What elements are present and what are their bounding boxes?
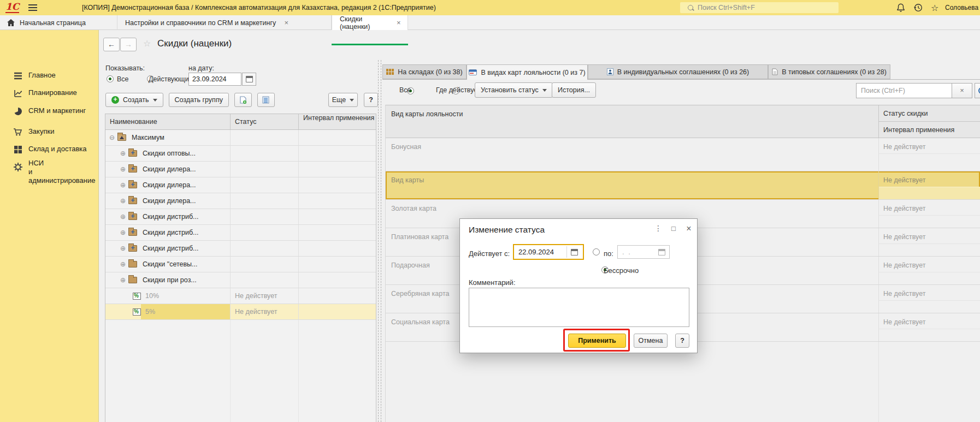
dialog-close-icon[interactable] (683, 224, 695, 234)
set-status-button[interactable]: Установить статус (475, 82, 553, 98)
valid-to-calendar-button[interactable] (655, 249, 668, 255)
back-button[interactable] (103, 38, 120, 51)
on-date-input[interactable] (188, 73, 241, 86)
copy-item-button[interactable] (234, 93, 252, 107)
clear-search-button[interactable] (952, 83, 972, 98)
perpetual-label[interactable]: Бессрочно (604, 266, 639, 275)
panel-splitter[interactable] (378, 60, 381, 422)
radio-show-all[interactable] (107, 75, 114, 82)
tree-row[interactable]: Скидки дилера... (105, 177, 376, 193)
tree-row[interactable]: Скидки дилера... (105, 162, 376, 177)
folder-plus-icon (128, 198, 137, 204)
column-header-card-type[interactable]: Вид карты лояльности (386, 105, 878, 138)
calendar-icon (571, 249, 578, 255)
help-button[interactable]: ? (364, 93, 378, 107)
radio-show-active-label[interactable]: Действующие (149, 75, 193, 83)
expand-icon[interactable] (119, 146, 127, 162)
collapse-icon[interactable] (108, 130, 116, 146)
sidebar-item-purchases[interactable]: Закупки (0, 127, 99, 137)
tree-row-selected[interactable]: 5% Не действует (105, 304, 376, 320)
valid-from-label: Действует с: (469, 249, 510, 258)
status-cell: Не действует (231, 308, 277, 316)
forward-button[interactable] (120, 38, 137, 51)
apply-button[interactable]: Применить (568, 334, 626, 348)
tab-individual-agreements-label: В индивидуальных соглашениях (0 из 26) (617, 68, 749, 76)
main-menu-icon[interactable] (28, 4, 37, 11)
list-toolbar: Создать Создать группу (105, 93, 275, 107)
tab-warehouses[interactable]: На складах (0 из 38) (382, 64, 467, 79)
sidebar-item-planning[interactable]: Планирование (0, 88, 99, 98)
list-view-button[interactable] (257, 93, 275, 107)
close-tab-icon[interactable]: × (395, 19, 403, 27)
more-button[interactable]: Еще (328, 93, 358, 107)
tree-row[interactable]: Скидки "сетевы... (105, 257, 376, 272)
interval-cell (879, 244, 980, 256)
column-header-interval[interactable]: Интервал применения (879, 122, 980, 138)
dialog-menu-icon[interactable] (652, 224, 664, 233)
expand-icon[interactable] (119, 162, 127, 177)
history-button[interactable]: История... (552, 82, 596, 98)
dialog-help-button[interactable]: ? (675, 334, 689, 348)
search-button[interactable] (975, 83, 980, 98)
radio-show-all-label[interactable]: Все (117, 75, 129, 83)
expand-icon[interactable] (119, 257, 127, 272)
cancel-button[interactable]: Отмена (634, 334, 668, 348)
card-row-selected[interactable]: Вид карты Не действует (386, 171, 980, 200)
expand-icon[interactable] (119, 177, 127, 193)
tab-individual-agreements[interactable]: В индивидуальных соглашениях (0 из 26) (588, 64, 768, 79)
radio-where-active-label[interactable]: Где действует (436, 86, 481, 94)
radio-valid-to[interactable] (593, 248, 600, 255)
column-header-name[interactable]: Наименование (105, 114, 230, 129)
expand-icon[interactable] (119, 272, 127, 288)
tab-home-label: Начальная страница (20, 19, 86, 27)
global-search-input[interactable]: Поиск Ctrl+Shift+F (680, 2, 839, 13)
sidebar-item-main[interactable]: Главное (0, 71, 99, 81)
close-tab-icon[interactable]: × (282, 19, 290, 27)
cards-search-input[interactable] (856, 83, 952, 98)
current-user[interactable]: Соловьева Л (945, 4, 980, 11)
sidebar-item-nsi-admin[interactable]: НСИ и администрирование (0, 159, 99, 185)
history-icon[interactable] (913, 3, 923, 13)
dialog-maximize-icon[interactable] (668, 224, 680, 233)
radio-all-cards-label[interactable]: Все (399, 86, 411, 94)
valid-to-input[interactable] (618, 248, 655, 256)
tab-loyalty-cards[interactable]: В видах карт лояльности (0 из 7) (467, 64, 588, 80)
sidebar-item-warehouse[interactable]: Склад и доставка (0, 145, 99, 154)
tree-row[interactable]: Скидки дистриб... (105, 241, 376, 257)
tree-row[interactable]: Максимум (105, 130, 376, 146)
tree-row[interactable]: Скидки дилера... (105, 193, 376, 209)
tree-row[interactable]: Скидки дистриб... (105, 225, 376, 241)
card-row[interactable]: Бонусная Не действует (386, 138, 980, 171)
expand-icon[interactable] (119, 225, 127, 241)
tab-home[interactable]: Начальная страница (0, 15, 117, 30)
tab-crm-settings[interactable]: Настройки и справочники по CRM и маркети… (117, 15, 332, 30)
tree-row[interactable]: Скидки при роз... (105, 272, 376, 288)
valid-to-label[interactable]: по: (604, 249, 613, 258)
tab-standard-agreements[interactable]: В типовых соглашениях (0 из 28) (768, 64, 890, 79)
status-cell: Не действует (879, 138, 980, 154)
valid-from-calendar-button[interactable] (567, 249, 581, 255)
tab-discounts[interactable]: Скидки (наценки) × (332, 15, 408, 30)
calendar-icon (246, 76, 253, 82)
favorites-star-icon[interactable]: ☆ (931, 3, 941, 13)
sidebar-item-label2: и администрирование (28, 168, 96, 185)
create-group-button[interactable]: Создать группу (169, 93, 229, 107)
column-header-status[interactable]: Статус (230, 114, 298, 129)
expand-icon[interactable] (119, 241, 127, 257)
expand-icon[interactable] (119, 209, 127, 225)
create-button[interactable]: Создать (105, 93, 163, 107)
favorite-star-icon[interactable] (143, 38, 151, 49)
column-header-discount-status[interactable]: Статус скидки (879, 105, 980, 122)
sidebar-item-label: НСИ (28, 159, 44, 167)
sidebar-item-crm[interactable]: CRM и маркетинг (0, 106, 99, 116)
tree-row[interactable]: 10% Не действует (105, 288, 376, 304)
notifications-bell-icon[interactable] (896, 3, 906, 13)
comment-textarea[interactable] (469, 288, 689, 327)
tree-row[interactable]: Скидки оптовы... (105, 146, 376, 162)
tree-row[interactable]: Скидки дистриб... (105, 209, 376, 225)
on-date-calendar-button[interactable] (242, 73, 256, 86)
expand-icon[interactable] (119, 193, 127, 209)
gear-icon (13, 162, 23, 172)
column-header-interval[interactable]: Интервал применения (298, 114, 376, 129)
valid-from-input[interactable] (514, 248, 566, 256)
